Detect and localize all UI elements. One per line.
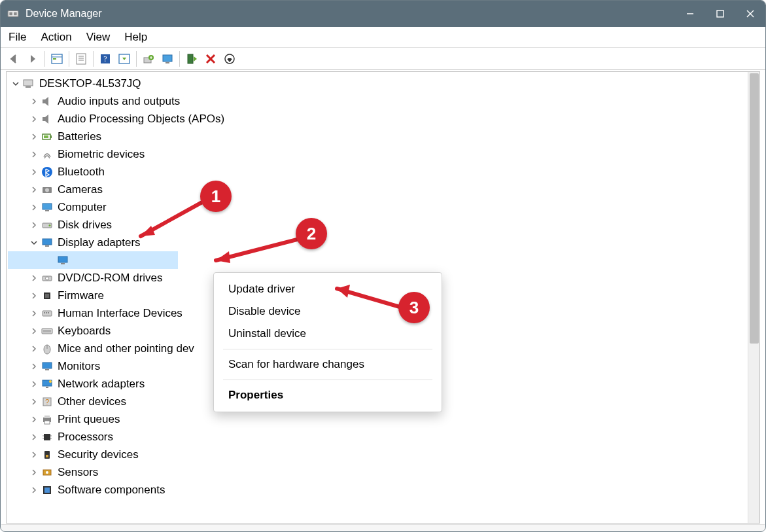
battery-icon xyxy=(41,130,54,143)
svg-rect-21 xyxy=(165,62,169,63)
properties-button[interactable] xyxy=(72,50,90,68)
chevron-right-icon[interactable] xyxy=(29,344,39,354)
chevron-right-icon[interactable] xyxy=(29,379,39,389)
tree-node[interactable]: Audio Processing Objects (APOs) xyxy=(8,110,744,128)
tree-node-label: Security devices xyxy=(58,446,139,463)
ctx-scan-hardware[interactable]: Scan for hardware changes xyxy=(214,353,442,376)
svg-rect-51 xyxy=(46,312,47,313)
show-hide-tree-button[interactable] xyxy=(48,50,66,68)
chevron-right-icon[interactable] xyxy=(29,361,39,372)
chevron-right-icon[interactable] xyxy=(29,414,39,425)
svg-rect-2 xyxy=(14,12,17,16)
menu-view[interactable]: View xyxy=(86,31,111,44)
tree-node[interactable]: Print queues xyxy=(8,410,744,428)
tree-node-label: Keyboards xyxy=(58,322,111,340)
svg-rect-41 xyxy=(43,239,52,245)
svg-rect-58 xyxy=(43,363,52,368)
ctx-uninstall-device[interactable]: Uninstall device xyxy=(214,323,442,345)
speaker-icon xyxy=(41,113,54,126)
software-icon xyxy=(41,484,54,497)
svg-point-36 xyxy=(45,188,49,192)
close-button[interactable] xyxy=(735,1,765,27)
keyboard-icon xyxy=(41,325,54,338)
tree-node[interactable]: Cameras xyxy=(8,181,744,198)
chevron-right-icon[interactable] xyxy=(29,485,39,495)
chevron-down-icon[interactable] xyxy=(29,238,39,248)
enable-device-toolbar-button[interactable] xyxy=(183,50,201,68)
svg-rect-20 xyxy=(163,55,172,62)
menu-file[interactable]: File xyxy=(9,31,26,44)
disc-icon xyxy=(41,272,54,285)
chevron-right-icon[interactable] xyxy=(29,149,39,160)
svg-rect-1 xyxy=(9,12,12,16)
tree-node[interactable]: Batteries xyxy=(8,128,744,145)
tree-leaf[interactable] xyxy=(8,251,178,269)
scan-hardware-toolbar-button[interactable] xyxy=(158,50,177,68)
tree-node[interactable]: Biometric devices xyxy=(8,145,744,163)
disable-device-toolbar-button[interactable] xyxy=(220,50,239,68)
annotation-badge-2: 2 xyxy=(296,218,327,249)
menu-action[interactable]: Action xyxy=(41,31,71,44)
tree-node[interactable]: Disk drives xyxy=(8,216,744,234)
chevron-right-icon[interactable] xyxy=(29,308,39,319)
svg-rect-74 xyxy=(46,455,48,457)
tree-node-label: Cameras xyxy=(58,181,103,198)
tree-node[interactable]: Computer xyxy=(8,198,744,216)
tree-root[interactable]: DESKTOP-4L537JQ xyxy=(8,75,744,92)
svg-rect-48 xyxy=(45,294,49,298)
sensor-icon xyxy=(41,466,54,479)
tree-node-label: Monitors xyxy=(58,357,100,375)
tree-node-label: DVD/CD-ROM drives xyxy=(58,269,163,287)
scrollbar-thumb[interactable] xyxy=(750,73,759,344)
tree-root-label: DESKTOP-4L537JQ xyxy=(39,75,141,92)
chevron-right-icon[interactable] xyxy=(29,273,39,283)
action-toolbar-button[interactable] xyxy=(115,50,133,68)
chevron-right-icon[interactable] xyxy=(29,397,39,407)
chevron-right-icon[interactable] xyxy=(29,291,39,301)
chevron-right-icon[interactable] xyxy=(29,114,39,124)
tree-node[interactable]: Processors xyxy=(8,428,744,446)
uninstall-device-toolbar-button[interactable] xyxy=(201,50,220,68)
menubar: File Action View Help xyxy=(1,27,765,48)
maximize-button[interactable] xyxy=(705,1,735,27)
tree-node[interactable]: Security devices xyxy=(8,446,744,463)
security-icon xyxy=(41,448,54,461)
menu-help[interactable]: Help xyxy=(124,31,147,44)
chevron-down-icon[interactable] xyxy=(10,79,21,89)
svg-point-76 xyxy=(46,471,48,474)
tree-node-label: Batteries xyxy=(58,128,101,145)
tree-node-label: Mice and other pointing dev xyxy=(58,340,194,357)
svg-rect-38 xyxy=(45,210,49,211)
help-button[interactable]: ? xyxy=(96,50,114,68)
chevron-right-icon[interactable] xyxy=(29,132,39,142)
tree-node[interactable]: Audio inputs and outputs xyxy=(8,92,744,110)
update-driver-toolbar-button[interactable] xyxy=(139,50,158,68)
vertical-scrollbar[interactable] xyxy=(748,72,759,523)
annotation-badge-1: 1 xyxy=(200,181,232,212)
svg-rect-43 xyxy=(58,257,67,262)
chevron-right-icon[interactable] xyxy=(29,467,39,478)
computer-icon xyxy=(22,77,35,90)
tree-node[interactable]: Sensors xyxy=(8,463,744,481)
chevron-right-icon[interactable] xyxy=(29,185,39,195)
chevron-right-icon[interactable] xyxy=(29,432,39,442)
svg-rect-66 xyxy=(44,416,50,418)
minimize-button[interactable] xyxy=(675,1,705,27)
forward-button[interactable] xyxy=(24,50,42,68)
chevron-right-icon[interactable] xyxy=(29,202,39,213)
chevron-right-icon[interactable] xyxy=(29,450,39,460)
tree-node-label: Processors xyxy=(58,428,113,446)
tree-node[interactable]: Software components xyxy=(8,481,744,499)
back-button[interactable] xyxy=(5,50,23,68)
tree-node[interactable]: Display adapters xyxy=(8,234,744,251)
tree-node[interactable]: Bluetooth xyxy=(8,163,744,181)
mouse-icon xyxy=(41,342,54,355)
chevron-right-icon[interactable] xyxy=(29,167,39,177)
chevron-right-icon[interactable] xyxy=(29,220,39,230)
svg-rect-78 xyxy=(44,488,50,493)
printer-icon xyxy=(41,413,54,426)
chevron-right-icon[interactable] xyxy=(29,96,39,107)
chevron-right-icon[interactable] xyxy=(29,326,39,336)
ctx-properties[interactable]: Properties xyxy=(214,384,442,406)
svg-rect-59 xyxy=(45,369,49,370)
